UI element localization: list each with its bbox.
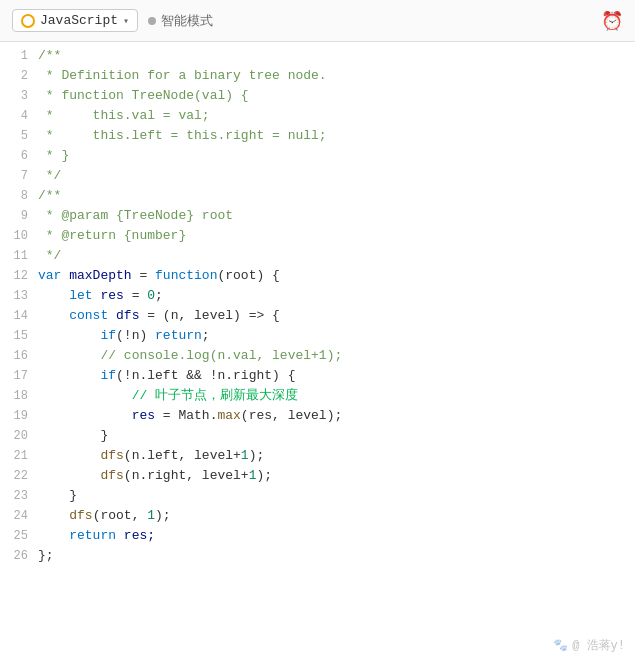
code-token xyxy=(38,348,100,363)
code-token: if xyxy=(100,368,116,383)
code-line: var maxDepth = function(root) { xyxy=(38,266,625,286)
code-line: if(!n.left && !n.right) { xyxy=(38,366,625,386)
code-token: */ xyxy=(38,248,61,263)
line-num: 16 xyxy=(0,346,28,366)
code-line: * Definition for a binary tree node. xyxy=(38,66,625,86)
code-token: (n.right, level+ xyxy=(124,468,249,483)
line-num: 18 xyxy=(0,386,28,406)
line-num: 23 xyxy=(0,486,28,506)
code-line: const dfs = (n, level) => { xyxy=(38,306,625,326)
code-token: (n.left, level+ xyxy=(124,448,241,463)
chevron-down-icon: ▾ xyxy=(123,15,129,27)
line-num: 21 xyxy=(0,446,28,466)
line-numbers: 1234567891011121314151617181920212223242… xyxy=(0,42,38,664)
line-num: 15 xyxy=(0,326,28,346)
code-token: } xyxy=(38,488,77,503)
code-token: * Definition for a binary tree node. xyxy=(38,68,327,83)
line-num: 5 xyxy=(0,126,28,146)
code-token xyxy=(38,528,69,543)
line-num: 11 xyxy=(0,246,28,266)
code-line: } xyxy=(38,486,625,506)
code-token: * this.val = val; xyxy=(38,108,210,123)
code-token: 1 xyxy=(241,448,249,463)
code-token: * function TreeNode(val) { xyxy=(38,88,249,103)
language-selector[interactable]: JavaScript ▾ xyxy=(12,9,138,32)
code-token: * } xyxy=(38,148,69,163)
code-line: res = Math.max(res, level); xyxy=(38,406,625,426)
code-token xyxy=(38,308,69,323)
code-token: (root) { xyxy=(217,268,279,283)
line-num: 20 xyxy=(0,426,28,446)
code-line: } xyxy=(38,426,625,446)
code-token xyxy=(38,328,100,343)
code-token: /** xyxy=(38,48,61,63)
code-token: function xyxy=(155,268,217,283)
code-token: const xyxy=(69,308,116,323)
watermark-icon: 🐾 xyxy=(553,638,568,653)
code-token: max xyxy=(217,408,240,423)
watermark-text: @ 浩蒋y! xyxy=(572,637,625,654)
code-line: dfs(n.right, level+1); xyxy=(38,466,625,486)
code-token xyxy=(38,388,132,403)
code-token: return xyxy=(69,528,124,543)
code-line: * this.left = this.right = null; xyxy=(38,126,625,146)
code-token: 1 xyxy=(147,508,155,523)
js-icon xyxy=(21,14,35,28)
line-num: 24 xyxy=(0,506,28,526)
code-line: /** xyxy=(38,46,625,66)
smart-mode-label: 智能模式 xyxy=(161,12,213,30)
code-line: * @return {number} xyxy=(38,226,625,246)
code-token: = xyxy=(132,268,155,283)
code-line: * } xyxy=(38,146,625,166)
code-line: return res; xyxy=(38,526,625,546)
code-line: dfs(root, 1); xyxy=(38,506,625,526)
code-token: ; xyxy=(155,288,163,303)
code-token: // 叶子节点，刷新最大深度 xyxy=(132,388,298,403)
code-token xyxy=(38,448,100,463)
code-token: dfs xyxy=(69,508,92,523)
code-line: */ xyxy=(38,246,625,266)
line-num: 8 xyxy=(0,186,28,206)
code-container: 1234567891011121314151617181920212223242… xyxy=(0,42,635,664)
language-label: JavaScript xyxy=(40,13,118,28)
timer-icon[interactable]: ⏰ xyxy=(601,10,623,32)
line-num: 7 xyxy=(0,166,28,186)
code-token: ; xyxy=(202,328,210,343)
code-line: }; xyxy=(38,546,625,566)
line-num: 12 xyxy=(0,266,28,286)
code-token: 0 xyxy=(147,288,155,303)
code-token xyxy=(38,508,69,523)
line-num: 26 xyxy=(0,546,28,566)
code-token: res; xyxy=(124,528,155,543)
code-token: (!n) xyxy=(116,328,155,343)
line-num: 14 xyxy=(0,306,28,326)
code-token: ); xyxy=(256,468,272,483)
code-token xyxy=(38,468,100,483)
code-token: = (n, level) => { xyxy=(139,308,279,323)
line-num: 25 xyxy=(0,526,28,546)
code-token: res xyxy=(132,408,155,423)
code-line: * @param {TreeNode} root xyxy=(38,206,625,226)
line-num: 3 xyxy=(0,86,28,106)
code-line: if(!n) return; xyxy=(38,326,625,346)
code-token: * @param {TreeNode} root xyxy=(38,208,233,223)
code-token: ); xyxy=(155,508,171,523)
code-token: // console.log(n.val, level+1); xyxy=(100,348,342,363)
code-token: dfs xyxy=(116,308,139,323)
code-token: return xyxy=(155,328,202,343)
code-line: */ xyxy=(38,166,625,186)
code-line: // console.log(n.val, level+1); xyxy=(38,346,625,366)
line-num: 6 xyxy=(0,146,28,166)
code-token: * @return {number} xyxy=(38,228,186,243)
code-token: let xyxy=(69,288,100,303)
code-token xyxy=(38,368,100,383)
code-line: // 叶子节点，刷新最大深度 xyxy=(38,386,625,406)
code-token: maxDepth xyxy=(69,268,131,283)
smart-mode-dot xyxy=(148,17,156,25)
line-num: 10 xyxy=(0,226,28,246)
code-token: = xyxy=(124,288,147,303)
code-token: (res, level); xyxy=(241,408,342,423)
code-token: */ xyxy=(38,168,61,183)
code-token: (root, xyxy=(93,508,148,523)
line-num: 13 xyxy=(0,286,28,306)
